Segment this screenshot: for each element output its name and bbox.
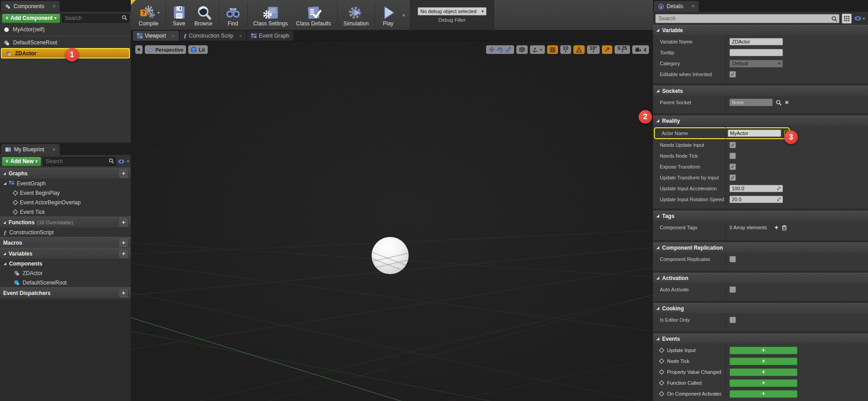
- category-dropdown[interactable]: Default: [730, 60, 783, 68]
- scale-snap-toggle[interactable]: [602, 45, 612, 54]
- close-icon[interactable]: [239, 33, 242, 39]
- section-reality-header[interactable]: Reality: [653, 116, 868, 126]
- clear-socket-icon[interactable]: [785, 100, 789, 106]
- eye-filter-caret[interactable]: [127, 159, 129, 164]
- viewport-3d[interactable]: Perspective Lit: [131, 41, 653, 401]
- section-sockets-header[interactable]: Sockets: [653, 86, 868, 96]
- tab-event-graph[interactable]: Event Graph: [247, 31, 293, 41]
- add-function-button[interactable]: [119, 218, 128, 227]
- variables-header[interactable]: Variables: [0, 248, 131, 259]
- needs-update-input-checkbox[interactable]: [730, 142, 736, 148]
- move-tool-icon[interactable]: [489, 47, 495, 53]
- tree-item-constructionscript[interactable]: ƒ ConstructionScript: [0, 227, 131, 237]
- eye-icon[interactable]: [118, 159, 125, 164]
- details-view-options-button[interactable]: [854, 16, 866, 21]
- tree-item-event-actorbeginoverlap[interactable]: Event ActorBeginOverlap: [0, 198, 131, 207]
- add-component-button[interactable]: Add Component: [2, 14, 60, 23]
- trash-icon[interactable]: [782, 225, 787, 231]
- grid-snap-toggle[interactable]: [547, 45, 558, 54]
- save-button[interactable]: Save: [168, 1, 191, 29]
- macros-header[interactable]: Macros: [0, 237, 131, 248]
- compile-button[interactable]: ? Compile: [134, 1, 164, 29]
- section-cooking-header[interactable]: Cooking: [653, 303, 868, 313]
- find-button[interactable]: Find: [221, 1, 245, 29]
- update-input-rotation-speed-field[interactable]: 20.0: [730, 196, 783, 203]
- camera-speed-button[interactable]: 4: [632, 45, 649, 54]
- scale-snap-value-button[interactable]: 0.25: [615, 45, 630, 54]
- actor-name-input[interactable]: [728, 130, 781, 137]
- graphs-header[interactable]: Graphs: [0, 168, 131, 179]
- section-variable-header[interactable]: Variable: [653, 25, 868, 35]
- event-dispatchers-header[interactable]: Event Dispatchers: [0, 287, 131, 298]
- add-variable-button[interactable]: [119, 250, 128, 258]
- section-activation-header[interactable]: Activation: [653, 273, 868, 283]
- expose-transform-checkbox[interactable]: [730, 164, 736, 170]
- tooltip-input[interactable]: [730, 49, 783, 56]
- tree-item-eventgraph[interactable]: EventGraph: [0, 179, 131, 188]
- tree-item-defaultsceneroot[interactable]: DefaultSceneRoot: [0, 38, 131, 48]
- add-update-input-event-button[interactable]: [730, 347, 797, 354]
- tree-item-event-beginplay[interactable]: Event BeginPlay: [0, 188, 131, 198]
- tab-components[interactable]: Components: [1, 1, 60, 12]
- add-node-tick-event-button[interactable]: [730, 358, 797, 365]
- scale-tool-icon[interactable]: [506, 47, 511, 53]
- variable-name-input[interactable]: [730, 38, 783, 45]
- add-function-called-event-button[interactable]: [730, 379, 797, 387]
- class-settings-button[interactable]: Class Settings: [249, 1, 292, 29]
- lit-button[interactable]: Lit: [188, 45, 207, 54]
- component-replicates-checkbox[interactable]: [730, 256, 736, 262]
- add-macro-button[interactable]: [119, 239, 128, 247]
- close-icon[interactable]: [172, 33, 174, 39]
- add-array-element-icon[interactable]: [775, 224, 778, 231]
- functions-header[interactable]: Functions (18 Overridable): [0, 217, 131, 227]
- compile-options-caret[interactable]: [157, 10, 160, 15]
- socket-search-icon[interactable]: [776, 100, 782, 106]
- tree-item-myactor-self[interactable]: MyActor(self): [0, 24, 131, 34]
- add-new-button[interactable]: Add New: [2, 157, 41, 166]
- debug-object-dropdown[interactable]: No debug object selected: [418, 7, 486, 15]
- rotation-snap-toggle[interactable]: [573, 45, 585, 54]
- update-input-acceleration-field[interactable]: 100.0: [730, 185, 783, 192]
- auto-activate-checkbox[interactable]: [730, 286, 736, 293]
- editable-when-inherited-checkbox[interactable]: [730, 71, 736, 77]
- close-icon[interactable]: [692, 3, 695, 10]
- rotation-snap-value-button[interactable]: 10°: [587, 45, 600, 54]
- simulation-button[interactable]: Simulation: [339, 1, 373, 29]
- section-events-header[interactable]: Events: [653, 333, 868, 343]
- class-defaults-button[interactable]: Class Defaults: [292, 1, 335, 29]
- section-component-replication-header[interactable]: Component Replication: [653, 242, 868, 252]
- tree-item-zdactor-variable[interactable]: ZDActor: [0, 268, 131, 278]
- my-blueprint-search-input[interactable]: [43, 157, 116, 166]
- add-property-value-changed-event-button[interactable]: [730, 368, 797, 376]
- tab-construction-script[interactable]: ƒ Construction Scrip: [180, 31, 246, 41]
- viewport-options-button[interactable]: [135, 45, 143, 54]
- parent-socket-field[interactable]: None: [730, 99, 773, 106]
- tree-item-defaultsceneroot-variable[interactable]: DefaultSceneRoot: [0, 278, 131, 287]
- play-options-caret[interactable]: [403, 13, 405, 18]
- close-icon[interactable]: [52, 146, 56, 153]
- details-search-input[interactable]: [655, 14, 839, 23]
- components-category-row[interactable]: Components: [0, 259, 131, 268]
- tab-my-blueprint[interactable]: My Blueprint: [1, 144, 60, 155]
- close-icon[interactable]: [52, 3, 56, 10]
- needs-node-tick-checkbox[interactable]: [730, 153, 736, 159]
- tree-item-event-tick[interactable]: Event Tick: [0, 207, 131, 217]
- browse-button[interactable]: Browse: [191, 1, 217, 29]
- perspective-button[interactable]: Perspective: [145, 45, 186, 54]
- add-event-dispatcher-button[interactable]: [119, 289, 128, 297]
- add-new-label: Add New: [10, 158, 33, 164]
- grid-snap-value-button[interactable]: 10: [560, 45, 571, 54]
- tab-viewport[interactable]: Viewport: [133, 31, 179, 41]
- components-search-input[interactable]: [62, 14, 129, 23]
- surface-snapping-button[interactable]: [530, 45, 545, 54]
- play-button[interactable]: Play: [377, 1, 400, 29]
- tab-details[interactable]: i Details: [654, 1, 699, 12]
- section-tags-header[interactable]: Tags: [653, 211, 868, 221]
- property-matrix-button[interactable]: [842, 14, 852, 24]
- add-on-component-activated-event-button[interactable]: [730, 390, 797, 398]
- rotate-tool-icon[interactable]: [497, 47, 503, 53]
- update-transform-by-input-checkbox[interactable]: [730, 174, 736, 181]
- add-graph-button[interactable]: [119, 169, 128, 178]
- coordinate-system-button[interactable]: [516, 45, 528, 54]
- is-editor-only-checkbox[interactable]: [730, 317, 736, 323]
